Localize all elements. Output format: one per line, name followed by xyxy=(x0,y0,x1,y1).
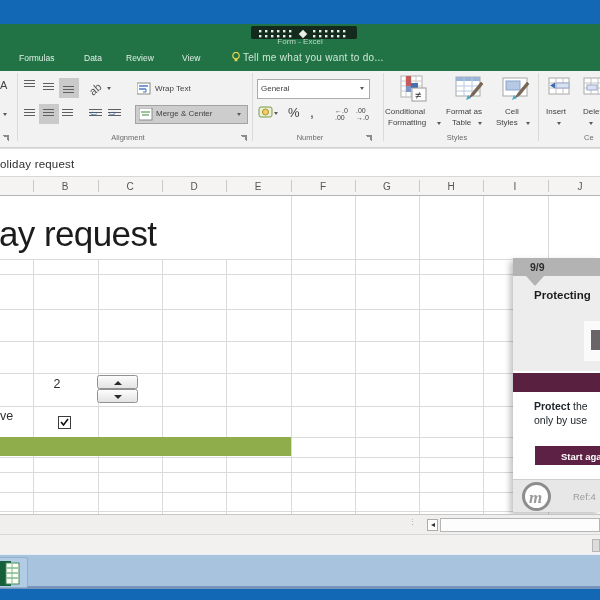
svg-text:≠: ≠ xyxy=(415,89,421,101)
